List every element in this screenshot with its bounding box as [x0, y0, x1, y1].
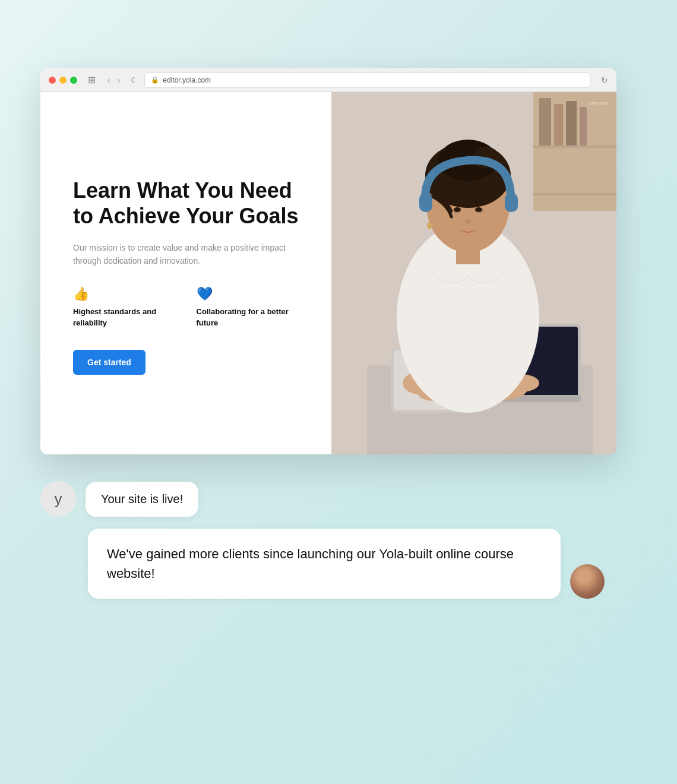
feature-reliability-label: Highest standards and reliability: [73, 306, 179, 328]
nav-arrows: ‹ ›: [105, 74, 122, 86]
chat-message-yola: y Your site is live!: [40, 481, 616, 517]
svg-point-27: [454, 207, 461, 212]
close-dot[interactable]: [49, 77, 56, 84]
bubble-site-live: Your site is live!: [86, 482, 198, 517]
back-button[interactable]: ‹: [105, 74, 113, 86]
yola-initial: y: [55, 490, 62, 508]
chat-section: y Your site is live! We've gained more c…: [40, 469, 616, 611]
feature-collaboration-label: Collaborating for a better future: [197, 306, 302, 328]
address-bar[interactable]: 🔒 editor.yola.com: [144, 72, 590, 88]
chat-message-user: We've gained more clients since launchin…: [40, 529, 616, 599]
user-avatar: [570, 564, 605, 599]
thumbs-up-icon: 👍: [73, 286, 179, 302]
svg-rect-31: [505, 193, 518, 212]
watermark: unsplash: [589, 100, 608, 106]
hero-title: Learn What You Need to Achieve Your Goal…: [73, 178, 302, 229]
browser-chrome: ⊞ ‹ › ☾ 🔒 editor.yola.com ↻: [40, 68, 616, 92]
svg-point-33: [427, 222, 432, 229]
hero-subtitle: Our mission is to create value and make …: [73, 241, 302, 268]
right-panel: unsplash: [331, 92, 616, 454]
get-started-button[interactable]: Get started: [73, 350, 145, 375]
hero-image: unsplash: [331, 92, 616, 454]
site-live-text: Your site is live!: [101, 492, 183, 505]
svg-rect-30: [419, 193, 432, 212]
feature-reliability: 👍 Highest standards and reliability: [73, 286, 179, 328]
svg-point-29: [465, 219, 471, 224]
svg-point-28: [475, 207, 482, 212]
privacy-icon: ☾: [131, 75, 138, 85]
testimonial-text: We've gained more clients since launchin…: [107, 546, 514, 581]
sidebar-icon[interactable]: ⊞: [88, 74, 96, 86]
browser-content: Learn What You Need to Achieve Your Goal…: [40, 92, 616, 454]
forward-button[interactable]: ›: [115, 74, 123, 86]
minimize-dot[interactable]: [59, 77, 67, 84]
feature-collaboration: 💙 Collaborating for a better future: [197, 286, 302, 328]
url-text: editor.yola.com: [163, 76, 211, 84]
browser-window: ⊞ ‹ › ☾ 🔒 editor.yola.com ↻ Learn What Y…: [40, 68, 616, 454]
refresh-icon[interactable]: ↻: [601, 75, 608, 85]
heart-icon: 💙: [197, 286, 302, 302]
maximize-dot[interactable]: [70, 77, 77, 84]
user-avatar-image: [570, 564, 605, 599]
left-panel: Learn What You Need to Achieve Your Goal…: [40, 92, 331, 454]
features: 👍 Highest standards and reliability 💙 Co…: [73, 286, 302, 328]
bubble-testimonial: We've gained more clients since launchin…: [88, 529, 561, 599]
lock-icon: 🔒: [151, 76, 159, 84]
yola-avatar: y: [40, 481, 76, 517]
traffic-lights: [49, 77, 77, 84]
